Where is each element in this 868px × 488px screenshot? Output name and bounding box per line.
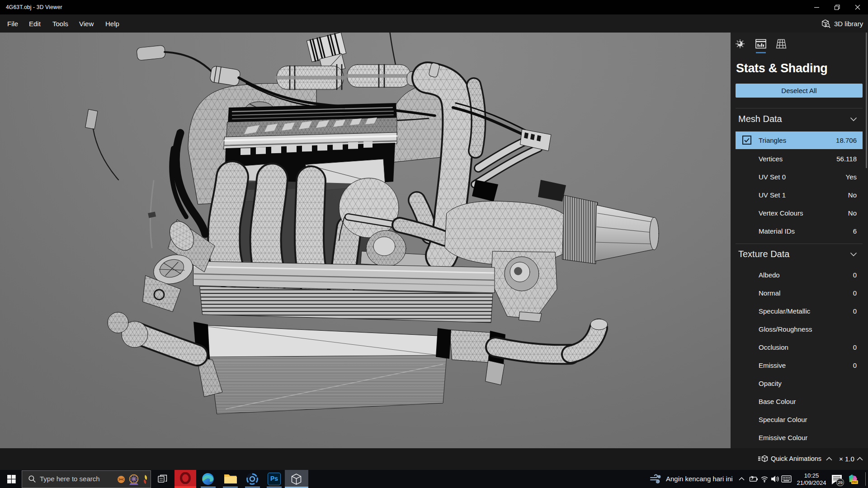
svg-text:PRC: PRC: [852, 481, 858, 483]
svg-text:29: 29: [838, 480, 843, 485]
